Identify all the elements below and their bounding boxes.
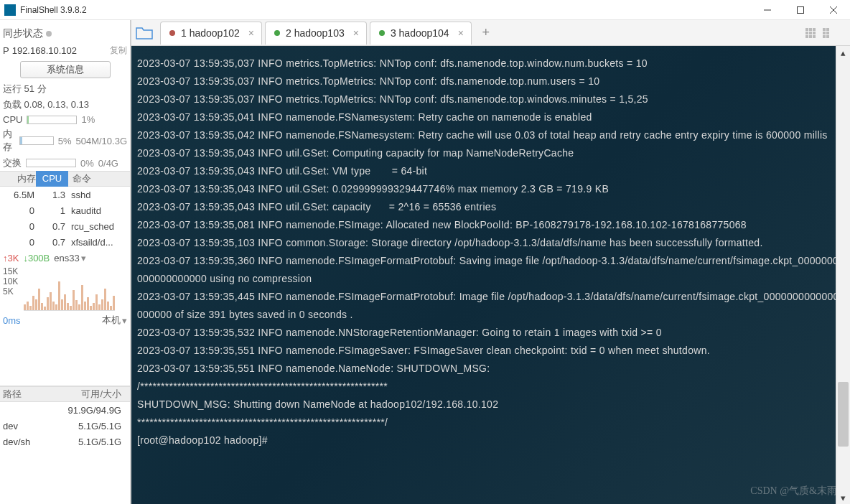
tab-label: 3 hadoop104	[391, 27, 449, 39]
tab[interactable]: 1 hadoop102×	[160, 22, 262, 45]
scrollbar[interactable]: ▴ ▾	[836, 46, 850, 504]
terminal-line: 2023-03-07 13:59:35,042 INFO namenode.FS…	[137, 126, 844, 144]
chevron-down-icon[interactable]: ▾	[81, 253, 86, 263]
net-up: ↑3K	[3, 253, 19, 263]
col-cmd: 命令	[68, 172, 91, 185]
terminal[interactable]: 2023-03-07 13:59:35,037 INFO metrics.Top…	[131, 46, 850, 504]
disk-list: 91.9G/94.9Gdev5.1G/5.1Gdev/sh5.1G/5.1G	[0, 402, 130, 449]
table-row[interactable]: 00.7rcu_sched	[0, 218, 130, 234]
scroll-up-icon[interactable]: ▴	[836, 46, 850, 59]
table-row[interactable]: 00.7xfsaild/d...	[0, 234, 130, 250]
app-title: FinalShell 3.9.8.2	[20, 5, 751, 15]
terminal-line: 2023-03-07 13:59:35,037 INFO metrics.Top…	[137, 73, 844, 90]
host-label[interactable]: 本机	[102, 314, 121, 327]
terminal-line: 2023-03-07 13:59:35,037 INFO metrics.Top…	[137, 55, 844, 73]
system-info-button[interactable]: 系统信息	[20, 61, 111, 78]
col-size: 可用/大小	[43, 388, 130, 401]
table-row[interactable]: 6.5M1.3sshd	[0, 187, 130, 202]
sync-status: 同步状态	[0, 23, 130, 45]
swap-meter: 交换 0% 0/4G	[0, 155, 130, 171]
watermark: CSDN @气质&末雨	[750, 482, 837, 500]
sidebar: 同步状态 P 192.168.10.102 复制 系统信息 运行 51 分 负载…	[0, 20, 131, 504]
swap-value: 0/4G	[98, 158, 118, 169]
scroll-down-icon[interactable]: ▾	[836, 491, 850, 504]
cpu-label: CPU	[3, 114, 22, 125]
cpu-meter: CPU 1%	[0, 113, 130, 126]
process-table-header[interactable]: 内存 CPU 命令	[0, 171, 130, 187]
tab-label: 2 hadoop103	[286, 27, 345, 39]
tab-label: 1 hadoop102	[181, 27, 240, 39]
terminal-line: 2023-03-07 13:59:35,037 INFO metrics.Top…	[137, 90, 844, 108]
close-icon[interactable]: ×	[353, 27, 359, 39]
terminal-line: 2023-03-07 13:59:35,043 INFO util.GSet: …	[137, 180, 844, 198]
terminal-line: 2023-03-07 13:59:35,043 INFO util.GSet: …	[137, 144, 844, 162]
copy-link[interactable]: 复制	[110, 45, 127, 57]
terminal-line: 2023-03-07 13:59:35,445 INFO namenode.FS…	[137, 288, 844, 324]
window-controls	[751, 0, 850, 20]
view-buttons	[805, 28, 850, 38]
swap-pct: 0%	[80, 158, 94, 169]
terminal-line: 2023-03-07 13:59:35,360 INFO namenode.FS…	[137, 252, 844, 288]
process-list: 6.5M1.3sshd01kauditd00.7rcu_sched00.7xfs…	[0, 187, 130, 250]
sync-dot-icon	[46, 31, 52, 37]
col-cpu: CPU	[36, 171, 68, 187]
terminal-line: 2023-03-07 13:59:35,043 INFO util.GSet: …	[137, 162, 844, 180]
terminal-line: 2023-03-07 13:59:35,043 INFO util.GSet: …	[137, 198, 844, 216]
ip-row: P 192.168.10.102 复制	[0, 45, 130, 60]
grid-view-icon[interactable]	[805, 28, 817, 38]
uptime: 运行 51 分	[0, 81, 130, 97]
tab[interactable]: 3 hadoop104×	[370, 22, 472, 45]
swap-label: 交换	[3, 157, 22, 169]
chevron-down-icon[interactable]: ▾	[122, 315, 127, 326]
app-icon	[4, 4, 16, 16]
latency: 0ms	[3, 315, 21, 326]
terminal-line: [root@hadoop102 hadoop]#	[137, 431, 844, 449]
tab[interactable]: 2 hadoop103×	[265, 22, 367, 45]
host-row: 0ms 本机 ▾	[0, 312, 130, 328]
mem-value: 504M/10.3G	[75, 136, 127, 146]
net-if[interactable]: ens33	[54, 253, 79, 263]
mem-label: 内存	[3, 128, 15, 154]
mem-pct: 5%	[58, 136, 72, 146]
net-down: ↓300B	[23, 253, 50, 263]
close-icon[interactable]: ×	[458, 27, 464, 39]
ip-prefix: P	[3, 45, 9, 56]
maximize-button[interactable]	[784, 0, 817, 20]
cpu-value: 1%	[81, 114, 95, 125]
titlebar: FinalShell 3.9.8.2	[0, 0, 850, 20]
mem-meter: 内存 5% 504M/10.3G	[0, 126, 130, 155]
terminal-line: 2023-03-07 13:59:35,551 INFO namenode.FS…	[137, 342, 844, 360]
content-area: 1 hadoop102×2 hadoop103×3 hadoop104× + 2…	[131, 20, 850, 504]
status-dot-icon	[274, 30, 280, 36]
table-row[interactable]: 01kauditd	[0, 202, 130, 218]
scroll-thumb[interactable]	[838, 382, 849, 447]
svg-rect-1	[798, 6, 804, 13]
terminal-line: 2023-03-07 13:59:35,551 INFO namenode.Na…	[137, 360, 844, 378]
ip-address: 192.168.10.102	[12, 45, 77, 56]
close-icon[interactable]: ×	[248, 27, 254, 39]
status-dot-icon	[379, 30, 385, 36]
scroll-track[interactable]	[836, 59, 850, 491]
terminal-line: ****************************************…	[137, 414, 844, 431]
add-tab-button[interactable]: +	[477, 24, 495, 42]
table-row[interactable]: 91.9G/94.9G	[0, 402, 130, 418]
split-view-icon[interactable]	[823, 28, 834, 38]
table-row[interactable]: dev/sh5.1G/5.1G	[0, 434, 130, 449]
terminal-line: 2023-03-07 13:59:35,103 INFO common.Stor…	[137, 234, 844, 252]
sync-label: 同步状态	[3, 27, 43, 40]
disk-table-header[interactable]: 路径 可用/大小	[0, 386, 130, 402]
load-avg: 负载 0.08, 0.13, 0.13	[0, 97, 130, 113]
table-row[interactable]: dev5.1G/5.1G	[0, 418, 130, 434]
close-button[interactable]	[817, 0, 850, 20]
terminal-line: 2023-03-07 13:59:35,041 INFO namenode.FS…	[137, 108, 844, 126]
col-path: 路径	[0, 388, 43, 401]
net-graph	[24, 268, 115, 311]
terminal-line: /***************************************…	[137, 378, 844, 396]
terminal-line: 2023-03-07 13:59:35,532 INFO namenode.NN…	[137, 324, 844, 342]
terminal-line: SHUTDOWN_MSG: Shutting down NameNode at …	[137, 396, 844, 414]
status-dot-icon	[169, 30, 175, 36]
net-row: ↑3K ↓300B ens33 ▾	[0, 250, 130, 266]
folder-icon[interactable]	[136, 26, 153, 40]
tab-bar: 1 hadoop102×2 hadoop103×3 hadoop104× +	[131, 20, 850, 46]
minimize-button[interactable]	[751, 0, 784, 20]
